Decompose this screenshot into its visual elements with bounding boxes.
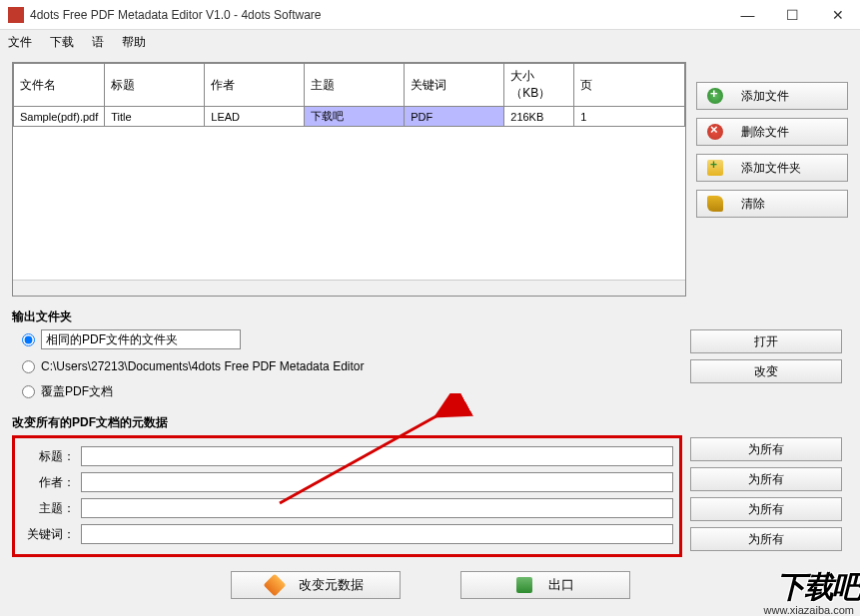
cell-keywords: PDF [405,107,504,127]
title-label: 标题： [21,448,75,465]
col-author[interactable]: 作者 [205,64,305,107]
titlebar: 4dots Free PDF Metadata Editor V1.0 - 4d… [0,0,860,30]
subject-input[interactable] [81,498,673,518]
col-size[interactable]: 大小（KB） [504,64,574,107]
plus-icon [707,88,723,104]
minimize-button[interactable]: — [725,0,770,30]
close-button[interactable]: ✕ [815,0,860,30]
delete-file-button[interactable]: 删除文件 [696,118,848,146]
metadata-highlight-box: 标题： 作者： 主题： 关键词： [12,435,682,557]
export-icon [516,577,532,593]
forall-title-button[interactable]: 为所有 [690,437,842,461]
col-keywords[interactable]: 关键词 [405,64,504,107]
forall-author-button[interactable]: 为所有 [690,467,842,491]
wand-icon [264,574,287,597]
folder-icon [707,160,723,176]
table-row[interactable]: Sample(pdf).pdf Title LEAD 下载吧 PDF 216KB… [14,107,685,127]
col-subject[interactable]: 主题 [305,64,405,107]
menu-download[interactable]: 下载 [50,34,74,51]
delete-icon [707,124,723,140]
author-input[interactable] [81,472,673,492]
forall-subject-button[interactable]: 为所有 [690,497,842,521]
menu-file[interactable]: 文件 [8,34,32,51]
change-metadata-button[interactable]: 改变元数据 [231,571,401,599]
menu-help[interactable]: 帮助 [122,34,146,51]
author-label: 作者： [21,474,75,491]
file-table[interactable]: 文件名 标题 作者 主题 关键词 大小（KB） 页 Sample(pdf).pd… [12,62,686,297]
cell-pages: 1 [574,107,685,127]
cell-size: 216KB [504,107,574,127]
subject-label: 主题： [21,500,75,517]
menu-language[interactable]: 语 [92,34,104,51]
col-pages[interactable]: 页 [574,64,685,107]
metadata-group-label: 改变所有的PDF文档的元数据 [12,414,848,431]
clear-button[interactable]: 清除 [696,190,848,218]
output-folder-label: 输出文件夹 [12,308,848,325]
cell-filename: Sample(pdf).pdf [14,107,105,127]
cell-author: LEAD [205,107,305,127]
maximize-button[interactable]: ☐ [770,0,815,30]
radio-custom-path[interactable]: C:\Users\27213\Documents\4dots Free PDF … [22,359,680,373]
app-icon [8,7,24,23]
watermark-text: 下载吧 [776,567,860,608]
add-file-button[interactable]: 添加文件 [696,82,848,110]
keywords-label: 关键词： [21,526,75,543]
col-filename[interactable]: 文件名 [14,64,105,107]
menubar: 文件 下载 语 帮助 [0,30,860,54]
radio-overwrite[interactable]: 覆盖PDF文档 [22,383,680,400]
open-button[interactable]: 打开 [690,329,842,353]
window-title: 4dots Free PDF Metadata Editor V1.0 - 4d… [30,8,725,22]
horizontal-scrollbar[interactable] [13,280,685,296]
radio-same-folder[interactable] [22,329,680,349]
col-title[interactable]: 标题 [105,64,205,107]
add-folder-button[interactable]: 添加文件夹 [696,154,848,182]
broom-icon [707,196,723,212]
cell-title: Title [105,107,205,127]
change-button[interactable]: 改变 [690,359,842,383]
export-button[interactable]: 出口 [460,571,630,599]
title-input[interactable] [81,446,673,466]
forall-keywords-button[interactable]: 为所有 [690,527,842,551]
watermark-url: www.xiazaiba.com [764,604,854,616]
same-folder-text[interactable] [41,329,241,349]
keywords-input[interactable] [81,524,673,544]
cell-subject: 下载吧 [305,107,405,127]
